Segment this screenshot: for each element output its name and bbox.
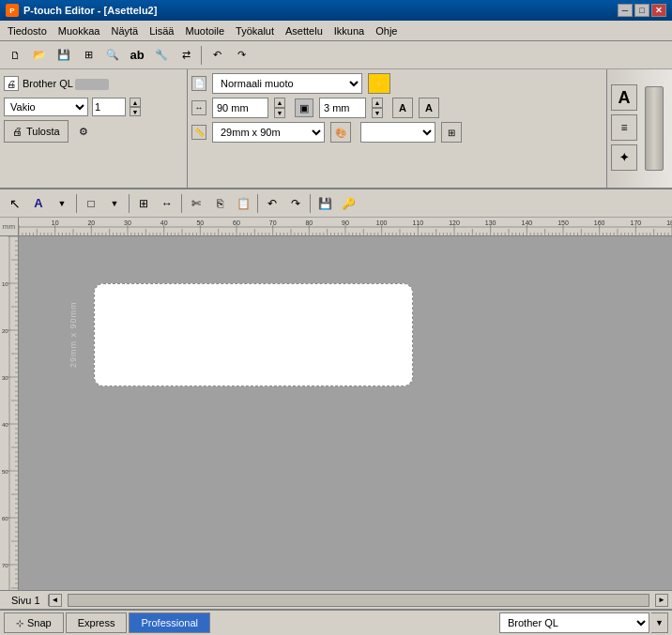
save-tool[interactable]: 💾 bbox=[313, 192, 336, 215]
maximize-button[interactable]: □ bbox=[634, 4, 649, 17]
professional-button[interactable]: Professional bbox=[129, 612, 210, 633]
right-icons-panel: A ≡ ✦ bbox=[606, 69, 672, 188]
save-button[interactable]: 💾 bbox=[53, 44, 75, 67]
table-tool[interactable]: ⊞ bbox=[132, 192, 155, 215]
scroll-right-btn[interactable]: ► bbox=[655, 594, 668, 607]
margin-down[interactable]: ▼ bbox=[372, 108, 383, 118]
printer-icon: 🖨 bbox=[4, 76, 19, 91]
style-row: Vakio ▲ ▼ bbox=[4, 98, 183, 116]
ruler-vertical: 102030405060708090100 bbox=[0, 236, 19, 590]
save-all-button[interactable]: ⊞ bbox=[77, 44, 99, 67]
minimize-button[interactable]: ─ bbox=[618, 4, 633, 17]
ruler-h-inner bbox=[19, 218, 672, 235]
transfer-tb[interactable]: ⇄ bbox=[175, 44, 197, 67]
color-btn[interactable]: 🎨 bbox=[330, 122, 351, 143]
menu-ohje[interactable]: Ohje bbox=[370, 23, 403, 38]
lock-tool[interactable]: 🔑 bbox=[337, 192, 359, 215]
open-button[interactable]: 📂 bbox=[28, 44, 51, 67]
text-tool[interactable]: A bbox=[27, 192, 50, 215]
shape-dropdown[interactable]: ▼ bbox=[103, 192, 126, 215]
paste-tool[interactable]: 📋 bbox=[232, 192, 254, 215]
width-input[interactable] bbox=[212, 98, 268, 118]
svg-text:40: 40 bbox=[2, 422, 8, 428]
menu-tyokalut[interactable]: Työkalut bbox=[230, 23, 280, 38]
text-tool-tb[interactable]: ab bbox=[126, 44, 148, 67]
scroll-left-btn[interactable]: ◄ bbox=[49, 594, 62, 607]
title-bar-title: P-touch Editor - [Asettelu2] bbox=[23, 5, 618, 16]
ruler-corner: mm bbox=[0, 218, 19, 236]
width-down[interactable]: ▼ bbox=[274, 108, 285, 118]
right-icon-col1: A ≡ ✦ bbox=[611, 84, 637, 173]
redo-tool[interactable]: ↷ bbox=[284, 192, 307, 215]
style-select[interactable]: Vakio bbox=[4, 98, 88, 116]
preview-button[interactable]: 🔍 bbox=[101, 44, 124, 67]
copies-input[interactable] bbox=[92, 98, 126, 116]
snap-button[interactable]: ⊹ Snap bbox=[4, 612, 64, 633]
copies-up[interactable]: ▲ bbox=[130, 98, 141, 107]
text-a-btn[interactable]: A bbox=[392, 98, 413, 118]
toolbar-main: 🗋 📂 💾 ⊞ 🔍 ab 🔧 ⇄ ↶ ↷ bbox=[0, 41, 672, 69]
svg-text:60: 60 bbox=[2, 516, 8, 522]
text-A-big[interactable]: A bbox=[611, 84, 637, 111]
copies-down[interactable]: ▼ bbox=[130, 107, 141, 116]
svg-text:30: 30 bbox=[2, 375, 8, 381]
right-icon-strip bbox=[645, 86, 664, 171]
options-button[interactable]: ⚙ bbox=[72, 120, 95, 143]
menu-lisaa[interactable]: Lisää bbox=[144, 23, 179, 38]
menu-asettelu[interactable]: Asettelu bbox=[280, 23, 328, 38]
undo-tool[interactable]: ↶ bbox=[261, 192, 283, 215]
copy-tool[interactable]: ⎘ bbox=[208, 192, 231, 215]
format-icon: 📄 bbox=[191, 76, 206, 91]
redo-tb[interactable]: ↷ bbox=[230, 44, 252, 67]
ruler-v-svg: 102030405060708090100 bbox=[0, 236, 19, 590]
menu-muotoile[interactable]: Muotoile bbox=[179, 23, 230, 38]
title-bar-controls: ─ □ ✕ bbox=[618, 4, 666, 17]
menu-muokkaa[interactable]: Muokkaa bbox=[53, 23, 106, 38]
resize-tool[interactable]: ↔ bbox=[156, 192, 178, 215]
print-button[interactable]: 🖨 Tulosta bbox=[4, 120, 69, 143]
grid-btn[interactable]: ⊞ bbox=[441, 122, 462, 143]
menu-tiedosto[interactable]: Tiedosto bbox=[2, 23, 53, 38]
scrollbar-h[interactable] bbox=[68, 594, 649, 607]
align-btn[interactable]: ≡ bbox=[611, 114, 637, 141]
snap-label: Snap bbox=[27, 617, 52, 628]
menu-nayta[interactable]: Näytä bbox=[105, 23, 144, 38]
margin-spin: ▲ ▼ bbox=[372, 98, 383, 118]
special-btn[interactable]: ✦ bbox=[611, 144, 637, 171]
size-select[interactable]: 29mm x 90m bbox=[212, 122, 325, 143]
printer-select-arrow[interactable]: ▼ bbox=[651, 612, 668, 633]
new-button[interactable]: 🗋 bbox=[4, 44, 26, 67]
page-indicator: Sivu 1 bbox=[4, 595, 49, 606]
cut-tool[interactable]: ✄ bbox=[185, 192, 207, 215]
menu-ikkuna[interactable]: Ikkuna bbox=[328, 23, 370, 38]
bottom-bar: ⊹ Snap Express Professional Brother QL ▼ bbox=[0, 609, 672, 635]
margin-input[interactable] bbox=[319, 98, 366, 118]
svg-text:20: 20 bbox=[2, 328, 8, 334]
shape-tool[interactable]: □ bbox=[80, 192, 102, 215]
format-select[interactable]: Normaali muoto bbox=[212, 73, 362, 94]
express-label: Express bbox=[78, 617, 115, 628]
undo-tb[interactable]: ↶ bbox=[206, 44, 228, 67]
close-button[interactable]: ✕ bbox=[651, 4, 666, 17]
text-tool-dropdown[interactable]: ▼ bbox=[51, 192, 73, 215]
printer-name: Brother QL bbox=[23, 78, 109, 90]
express-button[interactable]: Express bbox=[66, 612, 128, 633]
sep2 bbox=[76, 194, 77, 213]
status-middle: ◄ ► bbox=[49, 594, 668, 607]
format-extra-button[interactable]: ⚡ bbox=[368, 73, 390, 94]
printer-bottom-select[interactable]: Brother QL bbox=[499, 612, 649, 633]
ruler-horizontal: // This won't run inline, ticks added be… bbox=[19, 218, 672, 236]
select-tool[interactable]: ↖ bbox=[4, 192, 26, 215]
right-panel: 📄 Normaali muoto ⚡ ↔ ▲ ▼ ▣ ▲ ▼ A A 📏 bbox=[188, 69, 606, 188]
panel-area: 🖨 Brother QL Vakio ▲ ▼ 🖨 Tulosta ⚙ 📄 bbox=[0, 69, 672, 189]
canvas-area[interactable]: 29mm x 90mm bbox=[19, 236, 672, 590]
orientation-select[interactable] bbox=[360, 122, 435, 143]
settings-tb[interactable]: 🔧 bbox=[150, 44, 173, 67]
margin-up[interactable]: ▲ bbox=[372, 98, 383, 108]
label-canvas[interactable] bbox=[94, 283, 413, 386]
size-select2-wrap bbox=[360, 122, 435, 143]
sep3 bbox=[129, 194, 130, 213]
text-a2-btn[interactable]: A bbox=[419, 98, 439, 118]
width-up[interactable]: ▲ bbox=[274, 98, 285, 108]
sep4 bbox=[181, 194, 182, 213]
